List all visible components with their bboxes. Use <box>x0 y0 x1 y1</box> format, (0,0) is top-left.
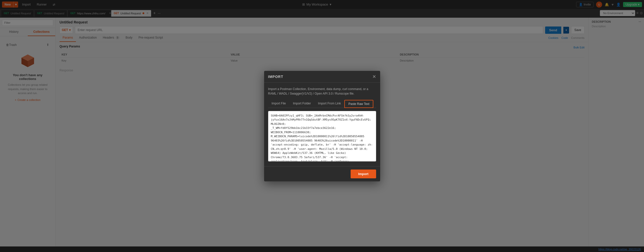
modal-close-button[interactable]: ✕ <box>372 74 376 79</box>
import-modal: IMPORT ✕ Import a Postman Collection, En… <box>264 71 380 181</box>
modal-title: IMPORT <box>268 75 283 79</box>
raw-text-textarea[interactable]: SUHB=0A0IPFzy1_qHF3; SUB=_2AkMrbnCMdcPxr… <box>268 111 376 161</box>
import-button[interactable]: Import <box>351 170 376 178</box>
modal-body: Import a Postman Collection, Environment… <box>264 83 380 166</box>
modal-tab-import-folder[interactable]: Import Folder <box>289 100 314 108</box>
modal-overlay[interactable]: IMPORT ✕ Import a Postman Collection, En… <box>0 0 644 252</box>
modal-header: IMPORT ✕ <box>264 71 380 83</box>
modal-tab-import-from-link[interactable]: Import From Link <box>315 100 345 108</box>
modal-description: Import a Postman Collection, Environment… <box>268 87 376 96</box>
modal-footer: Import <box>264 166 380 181</box>
modal-tab-import-file[interactable]: Import File <box>268 100 290 108</box>
modal-tab-paste-raw-text[interactable]: Paste Raw Text <box>344 100 373 108</box>
modal-tabs: Import File Import Folder Import From Li… <box>268 100 376 108</box>
